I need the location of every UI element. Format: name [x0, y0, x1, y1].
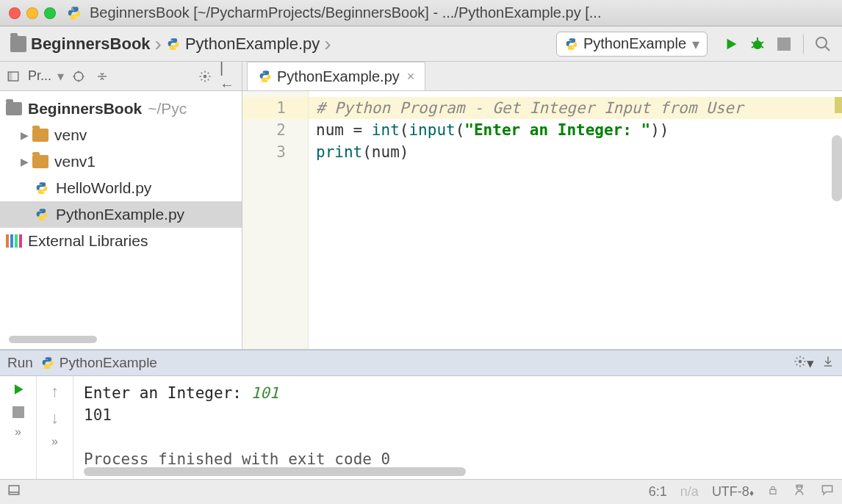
run-button[interactable]: [721, 34, 741, 54]
maximize-window-icon[interactable]: [44, 7, 56, 19]
project-tree: BeginnersBook ~/Pyc ▶ venv ▶ venv1 Hello…: [0, 91, 242, 330]
tool-windows-icon[interactable]: [7, 483, 21, 500]
chevron-down-icon: ▾: [692, 35, 699, 53]
scroll-down-icon[interactable]: ↓: [51, 408, 59, 428]
run-configuration-selector[interactable]: PythonExample ▾: [556, 32, 708, 57]
python-icon: [40, 356, 55, 370]
expander-icon[interactable]: ▶: [21, 156, 32, 168]
search-button[interactable]: [813, 34, 833, 54]
folder-icon: [32, 129, 48, 142]
stop-button[interactable]: [12, 406, 24, 418]
tree-file-pythonexample[interactable]: PythonExample.py: [0, 201, 242, 228]
gear-icon[interactable]: [196, 68, 214, 85]
hide-icon[interactable]: |←: [220, 68, 237, 85]
debug-button[interactable]: [747, 34, 768, 54]
close-tab-icon[interactable]: ×: [407, 69, 415, 84]
editor-area: PythonExample.py × 1 2 3 # Python Progra…: [242, 62, 842, 349]
rerun-button[interactable]: [11, 382, 26, 399]
editor-tab[interactable]: PythonExample.py ×: [247, 62, 425, 90]
feedback-icon[interactable]: [820, 483, 835, 501]
tree-folder-venv[interactable]: ▶ venv: [0, 122, 242, 148]
file-encoding[interactable]: UTF-8♦: [712, 484, 754, 500]
stop-button[interactable]: [774, 34, 794, 54]
folder-icon: [32, 155, 48, 168]
navigation-bar: BeginnersBook › PythonExample.py › Pytho…: [0, 26, 842, 62]
python-file-icon: [35, 207, 50, 222]
chevron-right-icon: ›: [155, 32, 162, 56]
window-title: BeginnersBook [~/PycharmProjects/Beginne…: [90, 4, 601, 21]
folder-icon: [6, 102, 22, 115]
expander-icon[interactable]: ▶: [21, 129, 32, 141]
svg-rect-11: [8, 72, 12, 81]
svg-line-9: [825, 46, 830, 51]
download-icon[interactable]: [821, 355, 835, 372]
svg-rect-21: [9, 486, 19, 494]
run-gutter-primary: »: [0, 376, 37, 479]
editor-tabbar: PythonExample.py ×: [242, 62, 842, 91]
tree-project-root[interactable]: BeginnersBook ~/Pyc: [0, 96, 242, 122]
main-area: Pr... ▾ |← BeginnersBook ~/Pyc ▶: [0, 62, 842, 349]
editor-gutter: 1 2 3: [242, 91, 309, 349]
inspector-icon[interactable]: [792, 483, 807, 501]
console-output[interactable]: Enter an Integer: 101 101 Process finish…: [73, 376, 842, 479]
run-panel-body: » ↑ ↓ » Enter an Integer: 101 101 Proces…: [0, 376, 842, 479]
svg-point-8: [816, 37, 827, 48]
more-icon[interactable]: »: [15, 425, 21, 439]
window-controls: [9, 7, 56, 19]
project-tool-icon[interactable]: [4, 68, 22, 85]
run-gutter-secondary: ↑ ↓ »: [37, 376, 73, 479]
more-icon[interactable]: »: [51, 435, 58, 448]
sidebar-toolbar: Pr... ▾ |←: [0, 62, 242, 91]
target-icon[interactable]: [70, 68, 87, 85]
close-window-icon[interactable]: [9, 7, 21, 19]
svg-point-0: [72, 7, 73, 8]
svg-point-18: [204, 74, 207, 78]
breadcrumb-file[interactable]: PythonExample.py: [162, 35, 324, 54]
python-file-icon: [35, 181, 50, 195]
python-file-icon: [166, 37, 181, 51]
code-editor[interactable]: 1 2 3 # Python Program - Get Integer Inp…: [242, 91, 842, 349]
svg-point-2: [753, 40, 762, 49]
run-panel-header[interactable]: Run PythonExample ▾: [0, 350, 842, 376]
gear-icon[interactable]: ▾: [794, 355, 814, 372]
folder-icon: [10, 36, 26, 52]
scroll-up-icon[interactable]: ↑: [51, 382, 59, 401]
svg-line-7: [761, 46, 763, 48]
chevron-right-icon: ›: [324, 32, 331, 56]
titlebar-file-icon: [66, 5, 82, 21]
run-tool-window: Run PythonExample ▾ » ↑ ↓ » Enter an Int…: [0, 349, 842, 479]
toolbar-separator: [803, 35, 804, 54]
line-separator[interactable]: n/a: [680, 484, 699, 500]
caret-position[interactable]: 6:1: [649, 484, 667, 500]
python-file-icon: [258, 69, 273, 84]
lock-icon[interactable]: [767, 484, 779, 500]
warning-stripe: [835, 97, 842, 113]
collapse-icon[interactable]: [93, 68, 111, 85]
tree-external-libraries[interactable]: External Libraries: [0, 228, 242, 254]
libraries-icon: [6, 234, 22, 248]
tree-file-helloworld[interactable]: HelloWorld.py: [0, 175, 242, 201]
tree-folder-venv1[interactable]: ▶ venv1: [0, 148, 242, 175]
svg-rect-23: [770, 489, 776, 494]
console-scrollbar[interactable]: [84, 467, 466, 476]
svg-line-5: [761, 42, 763, 43]
svg-point-1: [76, 18, 76, 18]
svg-point-12: [74, 72, 83, 81]
window-titlebar: BeginnersBook [~/PycharmProjects/Beginne…: [0, 0, 842, 26]
svg-point-19: [799, 359, 802, 363]
sidebar-scrollbar[interactable]: [9, 336, 97, 343]
code-text[interactable]: # Python Program - Get Integer Input fro…: [309, 91, 842, 349]
chevron-down-icon[interactable]: ▾: [57, 68, 64, 84]
project-sidebar: Pr... ▾ |← BeginnersBook ~/Pyc ▶: [0, 62, 242, 349]
breadcrumb-root[interactable]: BeginnersBook: [6, 35, 155, 54]
editor-scrollbar[interactable]: [832, 91, 842, 349]
sidebar-title-label[interactable]: Pr...: [28, 68, 51, 84]
scrollbar-thumb[interactable]: [832, 135, 842, 201]
svg-line-6: [752, 46, 754, 48]
svg-line-4: [752, 42, 754, 43]
minimize-window-icon[interactable]: [26, 7, 38, 19]
python-icon: [564, 37, 579, 51]
svg-point-24: [797, 485, 802, 490]
